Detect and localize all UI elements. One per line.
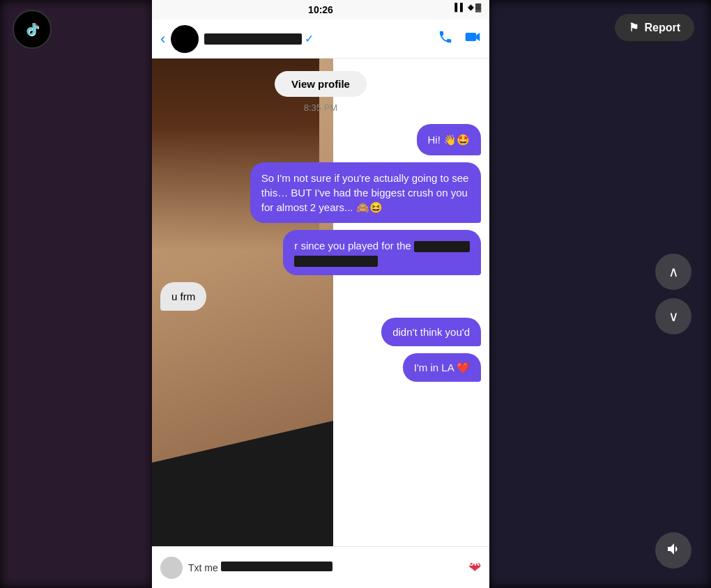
message-2-text: So I'm not sure if you're actually going… xyxy=(261,172,469,213)
status-bar: 10:26 ▌▌ ◆ ▓ xyxy=(152,0,489,20)
view-profile-button[interactable]: View profile xyxy=(275,71,367,97)
report-label: Report xyxy=(644,22,680,34)
svg-rect-1 xyxy=(466,33,476,41)
phone-call-button[interactable] xyxy=(438,29,453,48)
message-4: u frm xyxy=(160,282,206,311)
video-call-button[interactable] xyxy=(464,29,481,48)
message-3-prefix: r since you played for the xyxy=(294,240,414,252)
up-arrow-icon: ∧ xyxy=(668,263,679,280)
handle-text: @madelinethereal xyxy=(411,570,480,580)
tiktok-logo xyxy=(13,10,52,49)
view-profile-label: View profile xyxy=(291,78,350,90)
message-1: Hi! 👋🤩 xyxy=(417,124,482,155)
message-timestamp: 8:35 PM xyxy=(152,102,489,113)
chat-area: View profile 8:35 PM Hi! 👋🤩 So I'm not s… xyxy=(152,59,489,588)
sound-button[interactable] xyxy=(655,532,691,568)
back-arrow-icon: ‹ xyxy=(160,30,165,47)
signal-icon: ▌▌ xyxy=(454,3,466,11)
flag-icon: ⚑ xyxy=(629,21,639,34)
header-name-redacted xyxy=(204,33,302,45)
sender-avatar xyxy=(160,557,183,579)
nav-arrows: ∧ ∨ xyxy=(655,254,691,334)
watermark-logo xyxy=(435,555,446,568)
tiktok-handle: @madelinethereal xyxy=(411,570,480,580)
message-1-text: Hi! 👋🤩 xyxy=(428,134,471,146)
back-button[interactable]: ‹ xyxy=(160,30,165,48)
tiktok-watermark: TikTok xyxy=(435,555,480,568)
message-6: I'm in LA ❤️ xyxy=(403,353,481,382)
verified-icon: ✓ xyxy=(305,32,314,45)
bottom-redacted xyxy=(221,562,332,571)
down-arrow-icon: ∨ xyxy=(668,308,679,325)
message-3: r since you played for the xyxy=(283,230,481,275)
phone-screen: 10:26 ▌▌ ◆ ▓ ‹ ✓ xyxy=(152,0,489,588)
sound-icon xyxy=(666,541,681,560)
status-icons: ▌▌ ◆ ▓ xyxy=(454,3,481,12)
background-blur-left xyxy=(0,0,153,588)
battery-icon: ▓ xyxy=(475,3,481,11)
header-avatar xyxy=(171,25,199,53)
header-name-area: ✓ xyxy=(204,32,438,45)
message-2: So I'm not sure if you're actually going… xyxy=(250,162,481,223)
nav-down-button[interactable]: ∨ xyxy=(655,298,691,334)
message-6-text: I'm in LA ❤️ xyxy=(414,362,470,373)
message-5-text: didn't think you'd xyxy=(392,326,470,338)
time: 10:26 xyxy=(308,4,333,15)
messenger-header: ‹ ✓ xyxy=(152,20,489,59)
message-3-redacted-1 xyxy=(414,241,470,252)
txt-me-label: Txt me xyxy=(188,562,218,573)
watermark-text: TikTok xyxy=(449,557,480,568)
header-actions xyxy=(438,29,481,48)
messages-container: Hi! 👋🤩 So I'm not sure if you're actuall… xyxy=(152,124,489,382)
message-5: didn't think you'd xyxy=(381,318,481,346)
message-4-text: u frm xyxy=(171,291,195,302)
report-button[interactable]: ⚑ Report xyxy=(615,14,694,41)
wifi-icon: ◆ xyxy=(468,3,473,11)
message-3-redacted-2 xyxy=(294,256,378,267)
nav-up-button[interactable]: ∧ xyxy=(655,254,691,290)
